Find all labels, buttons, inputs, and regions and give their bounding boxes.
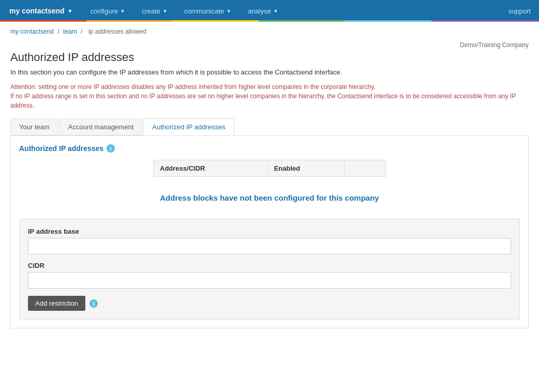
cidr-group: CIDR <box>28 262 511 289</box>
col-enabled: Enabled <box>267 160 344 177</box>
nav-create[interactable]: create ▼ <box>133 0 176 22</box>
breadcrumb-current: ip addresses allowed <box>88 28 146 35</box>
cidr-input[interactable] <box>28 272 511 289</box>
breadcrumb-team[interactable]: team <box>63 28 77 35</box>
nav-communicate[interactable]: communicate ▼ <box>176 0 239 22</box>
section-title-text: Authorized IP addresses <box>19 144 103 153</box>
button-info-icon[interactable]: i <box>89 299 98 308</box>
cidr-label: CIDR <box>28 262 511 269</box>
page-title: Authorized IP addresses <box>10 51 529 64</box>
nav-items: configure ▼ create ▼ communicate ▼ analy… <box>82 0 500 22</box>
ip-address-group: IP address base <box>28 228 511 254</box>
section-info-icon[interactable]: i <box>107 144 115 153</box>
brand-arrow: ▼ <box>68 8 73 14</box>
top-nav: my contactsend ▼ configure ▼ create ▼ co… <box>0 0 539 22</box>
attention-line1: Attention: setting one or more IP addres… <box>10 82 529 92</box>
tab-your-team[interactable]: Your team <box>10 118 58 135</box>
empty-message: Address blocks have not been configured … <box>19 185 520 215</box>
brand-text: my contactsend <box>9 7 65 15</box>
attention-block: Attention: setting one or more IP addres… <box>10 82 529 110</box>
col-address: Address/CIDR <box>154 160 268 177</box>
breadcrumb-home[interactable]: my contactsend <box>10 28 54 35</box>
section-title-row: Authorized IP addresses i <box>19 144 520 153</box>
add-restriction-button[interactable]: Add restriction <box>28 296 85 311</box>
ip-address-label: IP address base <box>28 228 511 235</box>
ip-table: Address/CIDR Enabled <box>153 160 386 177</box>
col-actions <box>345 160 386 177</box>
attention-line2: If no IP address range is set in this se… <box>10 92 529 110</box>
nav-configure[interactable]: configure ▼ <box>82 0 133 22</box>
company-name: Demo/Training Company <box>460 41 529 49</box>
add-restriction-form: IP address base CIDR Add restriction i <box>19 219 520 320</box>
content-area: my contactsend / team / ip addresses all… <box>0 22 539 335</box>
form-actions: Add restriction i <box>28 296 511 311</box>
brand-link[interactable]: my contactsend ▼ <box>0 0 82 22</box>
tab-account-management[interactable]: Account management <box>59 118 142 135</box>
nav-analyse[interactable]: analyse ▼ <box>239 0 287 22</box>
tab-authorized-ip[interactable]: Authorized IP addresses <box>143 118 234 135</box>
breadcrumb: my contactsend / team / ip addresses all… <box>10 28 529 35</box>
tab-panel: Authorized IP addresses i Address/CIDR E… <box>10 135 529 328</box>
company-name-area: Demo/Training Company <box>10 41 529 49</box>
nav-support[interactable]: support <box>500 0 539 22</box>
page-description: In this section you can configure the IP… <box>10 68 529 76</box>
ip-address-input[interactable] <box>28 238 511 254</box>
tabs: Your team Account management Authorized … <box>10 118 529 135</box>
